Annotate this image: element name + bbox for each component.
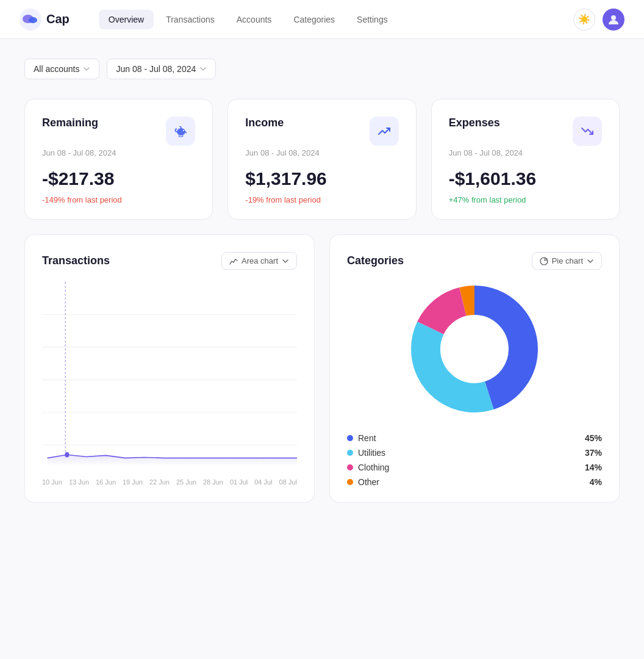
x-axis-labels: 10 Jun 13 Jun 16 Jun 19 Jun 22 Jun 25 Ju… xyxy=(42,474,297,486)
svg-point-18 xyxy=(442,316,507,382)
chevron-down-icon xyxy=(83,65,90,73)
remaining-card: Remaining Jun 08 - Jul 08, 2024 -$217.38… xyxy=(24,99,213,220)
income-amount: $1,317.96 xyxy=(245,168,398,189)
pie-chart-container: Rent 45% Utilities 37% Clothing 14% xyxy=(347,282,602,489)
pie-chart-svg xyxy=(407,282,542,416)
logo[interactable]: Cap xyxy=(20,9,70,31)
nav-settings[interactable]: Settings xyxy=(347,10,398,29)
other-label: Other xyxy=(358,477,585,487)
logo-text: Cap xyxy=(46,12,70,26)
transactions-chart-header: Transactions Area chart xyxy=(42,252,297,270)
income-date: Jun 08 - Jul 08, 2024 xyxy=(245,148,398,157)
clothing-dot xyxy=(347,464,353,470)
legend-clothing: Clothing 14% xyxy=(347,460,602,475)
pie-legend: Rent 45% Utilities 37% Clothing 14% xyxy=(347,431,602,489)
income-change: -19% from last period xyxy=(245,195,398,204)
trending-down-icon xyxy=(580,124,595,139)
remaining-icon xyxy=(166,117,195,146)
expenses-date: Jun 08 - Jul 08, 2024 xyxy=(449,148,602,157)
date-range-filter-button[interactable]: Jun 08 - Jul 08, 2024 xyxy=(107,59,216,79)
nav-links: Overview Transactions Accounts Categorie… xyxy=(99,10,573,29)
income-icon xyxy=(370,117,399,146)
chart-type-label: Area chart xyxy=(242,256,278,265)
income-card: Income Jun 08 - Jul 08, 2024 $1,317.96 -… xyxy=(227,99,416,220)
nav-overview[interactable]: Overview xyxy=(99,10,154,29)
svg-point-12 xyxy=(65,452,69,458)
income-card-header: Income xyxy=(245,117,398,146)
expenses-change: +47% from last period xyxy=(449,195,602,204)
expenses-card-header: Expenses xyxy=(449,117,602,146)
rent-dot xyxy=(347,435,353,441)
logo-icon xyxy=(20,9,41,31)
avatar-icon xyxy=(607,13,620,26)
summary-cards: Remaining Jun 08 - Jul 08, 2024 -$217.38… xyxy=(24,99,620,220)
expenses-card: Expenses Jun 08 - Jul 08, 2024 -$1,601.3… xyxy=(431,99,620,220)
x-label-4: 19 Jun xyxy=(123,478,143,486)
x-label-8: 01 Jul xyxy=(230,478,248,486)
accounts-filter-label: All accounts xyxy=(34,64,79,74)
area-chart-icon xyxy=(229,257,238,265)
pie-chart-type-selector[interactable]: Pie chart xyxy=(532,252,602,270)
legend-other: Other 4% xyxy=(347,475,602,489)
other-dot xyxy=(347,479,353,485)
navbar: Cap Overview Transactions Accounts Categ… xyxy=(0,0,644,39)
nav-accounts[interactable]: Accounts xyxy=(227,10,282,29)
accounts-filter-button[interactable]: All accounts xyxy=(24,59,99,79)
categories-chart-title: Categories xyxy=(347,254,404,267)
x-label-6: 25 Jun xyxy=(176,478,196,486)
categories-chart-header: Categories Pie chart xyxy=(347,252,602,270)
pie-chart-type-label: Pie chart xyxy=(552,256,583,265)
svg-point-4 xyxy=(177,128,185,135)
svg-point-3 xyxy=(611,15,616,20)
chart-type-selector[interactable]: Area chart xyxy=(221,252,297,270)
utilities-dot xyxy=(347,450,353,456)
piggy-bank-icon xyxy=(173,124,188,139)
area-chart: 10 Jun 13 Jun 16 Jun 19 Jun 22 Jun 25 Ju… xyxy=(42,282,297,471)
x-label-5: 22 Jun xyxy=(149,478,170,486)
remaining-date: Jun 08 - Jul 08, 2024 xyxy=(42,148,195,157)
remaining-title: Remaining xyxy=(42,117,98,129)
categories-chart-card: Categories Pie chart xyxy=(329,234,620,503)
nav-categories[interactable]: Categories xyxy=(284,10,345,29)
utilities-pct: 37% xyxy=(585,448,602,458)
x-label-9: 04 Jul xyxy=(254,478,272,486)
pie-chart-icon xyxy=(540,257,548,265)
x-label-2: 13 Jun xyxy=(69,478,89,486)
avatar[interactable] xyxy=(603,9,624,31)
remaining-card-header: Remaining xyxy=(42,117,195,146)
legend-rent: Rent 45% xyxy=(347,431,602,445)
chevron-down-icon xyxy=(587,257,594,265)
theme-toggle-button[interactable]: ☀️ xyxy=(573,9,595,31)
expenses-icon xyxy=(573,117,602,146)
x-label-3: 16 Jun xyxy=(96,478,116,486)
x-label-10: 08 Jul xyxy=(279,478,297,486)
other-pct: 4% xyxy=(590,477,602,487)
rent-pct: 45% xyxy=(585,433,602,443)
remaining-change: -149% from last period xyxy=(42,195,195,204)
x-label-1: 10 Jun xyxy=(42,478,62,486)
main-content: All accounts Jun 08 - Jul 08, 2024 Remai… xyxy=(0,39,644,522)
transactions-chart-card: Transactions Area chart xyxy=(24,234,315,503)
clothing-pct: 14% xyxy=(585,463,602,472)
expenses-amount: -$1,601.36 xyxy=(449,168,602,189)
clothing-label: Clothing xyxy=(358,463,580,472)
nav-transactions[interactable]: Transactions xyxy=(156,10,224,29)
filters-bar: All accounts Jun 08 - Jul 08, 2024 xyxy=(24,59,620,79)
svg-point-5 xyxy=(183,130,184,131)
charts-section: Transactions Area chart xyxy=(24,234,620,503)
trending-up-icon xyxy=(377,124,392,139)
utilities-label: Utilities xyxy=(358,448,580,458)
chevron-down-icon xyxy=(199,65,207,73)
area-chart-svg xyxy=(42,282,297,471)
chevron-down-icon xyxy=(282,257,289,265)
expenses-title: Expenses xyxy=(449,117,500,129)
svg-point-2 xyxy=(29,17,37,23)
income-title: Income xyxy=(245,117,284,129)
date-range-label: Jun 08 - Jul 08, 2024 xyxy=(116,64,196,74)
nav-right: ☀️ xyxy=(573,9,624,31)
transactions-chart-title: Transactions xyxy=(42,254,110,267)
rent-label: Rent xyxy=(358,433,580,443)
legend-utilities: Utilities 37% xyxy=(347,445,602,460)
remaining-amount: -$217.38 xyxy=(42,168,195,189)
x-label-7: 28 Jun xyxy=(203,478,223,486)
